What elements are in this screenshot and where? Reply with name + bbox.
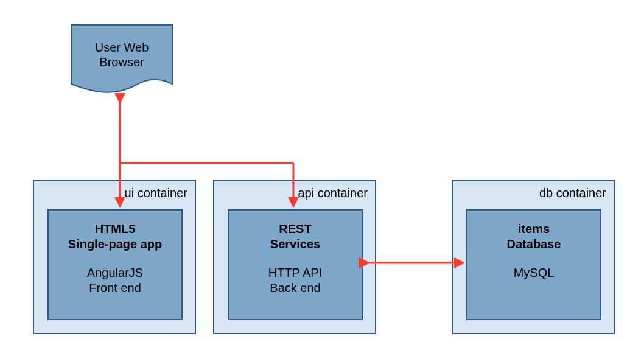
browser-node: User Web Browser: [71, 24, 173, 91]
api-title-line1: REST: [279, 222, 311, 235]
browser-title-line1: User Web: [95, 41, 149, 54]
browser-title-line2: Browser: [99, 55, 144, 69]
ui-inner-box: HTML5 Single-page app AngularJS Front en…: [47, 209, 183, 320]
ui-title-line2: Single-page app: [68, 237, 162, 251]
ui-sub-line1: AngularJS: [87, 266, 143, 279]
db-inner-box: items Database MySQL: [466, 209, 601, 320]
ui-container: ui container HTML5 Single-page app Angul…: [33, 180, 196, 334]
ui-title-line1: HTML5: [95, 222, 136, 235]
api-title-line2: Services: [270, 237, 320, 251]
db-title-line1: items: [518, 222, 550, 235]
api-container: api container REST Services HTTP API Bac…: [213, 180, 376, 334]
db-sub-line1: MySQL: [514, 266, 555, 279]
ui-container-label: ui container: [125, 186, 187, 200]
db-container: db container items Database MySQL: [452, 180, 615, 334]
api-sub-line1: HTTP API: [268, 266, 323, 279]
api-sub-line2: Back end: [270, 281, 320, 294]
api-container-label: api container: [298, 186, 368, 200]
db-title-line2: Database: [507, 237, 561, 251]
db-container-label: db container: [539, 186, 606, 200]
api-inner-box: REST Services HTTP API Back end: [228, 209, 363, 320]
ui-sub-line2: Front end: [89, 281, 141, 294]
